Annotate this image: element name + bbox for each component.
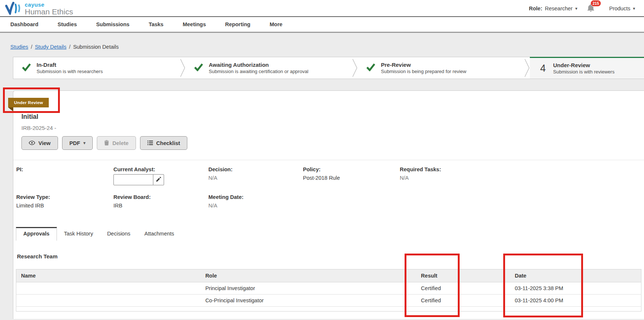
- brand: cayuse Human Ethics: [5, 1, 73, 16]
- step-pre-review: Pre-Review Submission is being prepared …: [358, 57, 524, 79]
- checklist-button-label: Checklist: [156, 140, 180, 146]
- notification-count-badge: 215: [590, 0, 602, 7]
- nav-item-meetings[interactable]: Meetings: [173, 21, 215, 27]
- field-current-analyst: Current Analyst:: [113, 166, 208, 185]
- field-value: N/A: [208, 175, 303, 181]
- check-icon: [22, 63, 31, 73]
- field-value: IRB: [113, 203, 208, 209]
- nav-item-studies[interactable]: Studies: [48, 21, 86, 27]
- field-meeting-date: Meeting Date: N/A: [208, 194, 303, 209]
- field-label: Required Tasks:: [400, 166, 644, 172]
- field-label: Policy:: [303, 166, 400, 172]
- products-menu[interactable]: Products: [609, 6, 635, 11]
- field-label: Review Type:: [16, 194, 113, 200]
- cell-name: [16, 282, 201, 295]
- step-separator-chevron: [352, 57, 358, 79]
- submission-detail-fields: PI: Current Analyst: Decision: N/A: [13, 160, 644, 209]
- field-required-tasks: Required Tasks: N/A: [400, 166, 644, 185]
- brand-name: cayuse: [25, 2, 73, 7]
- brand-text: cayuse Human Ethics: [25, 2, 73, 16]
- nav-item-tasks[interactable]: Tasks: [139, 21, 173, 27]
- breadcrumb-link-study-details[interactable]: Study Details: [35, 44, 66, 50]
- table-row: Principal Investigator Certified 03-11-2…: [16, 282, 641, 295]
- check-icon: [366, 63, 375, 73]
- step-number: 4: [538, 63, 548, 74]
- edit-analyst-button[interactable]: [153, 174, 164, 185]
- view-button[interactable]: View: [21, 136, 58, 150]
- pdf-button[interactable]: PDF: [62, 136, 93, 150]
- nav-item-more[interactable]: More: [260, 21, 292, 27]
- chevron-down-icon: [633, 6, 635, 11]
- cell-result: Certified: [416, 295, 510, 307]
- current-analyst-input[interactable]: [113, 174, 153, 185]
- cell-result: Certified: [416, 282, 510, 295]
- breadcrumb-separator: /: [69, 44, 71, 50]
- table-row: Co-Principal Investigator Certified 03-1…: [16, 295, 641, 307]
- field-label: Decision:: [208, 166, 303, 172]
- field-label: Review Board:: [113, 194, 208, 200]
- current-analyst-editor: [113, 174, 208, 185]
- nav-item-reporting[interactable]: Reporting: [215, 21, 260, 27]
- trash-icon: [104, 140, 109, 147]
- field-decision: Decision: N/A: [208, 166, 303, 185]
- tab-attachments[interactable]: Attachments: [137, 227, 181, 241]
- products-label: Products: [609, 6, 630, 11]
- step-subtitle: Submission is awaiting certification or …: [209, 69, 309, 74]
- cell-role: Principal Investigator: [201, 282, 416, 295]
- table-header-row: Name Role Result Date: [16, 269, 641, 282]
- field-review-type: Review Type: Limited IRB: [16, 194, 113, 209]
- research-team-heading: Research Team: [17, 253, 644, 259]
- breadcrumb-link-studies[interactable]: Studies: [10, 44, 28, 50]
- cayuse-logo-icon: [5, 1, 22, 16]
- step-subtitle: Submission is being prepared for review: [381, 69, 466, 74]
- checklist-button[interactable]: Checklist: [140, 136, 187, 150]
- nav-item-submissions[interactable]: Submissions: [86, 21, 139, 27]
- step-title: Awaiting Authorization: [209, 62, 309, 68]
- field-value: N/A: [400, 175, 644, 181]
- column-header-role: Role: [201, 269, 416, 282]
- action-button-row: View PDF Delete Checklist: [21, 136, 644, 150]
- tab-approvals[interactable]: Approvals: [16, 227, 57, 241]
- role-label: Role:: [529, 6, 542, 11]
- check-icon: [194, 63, 203, 73]
- submission-panel: Under Review Initial IRB-2025-24 - View …: [13, 90, 644, 319]
- product-name: Human Ethics: [25, 8, 73, 16]
- table-empty-row: [16, 307, 641, 312]
- tab-decisions[interactable]: Decisions: [100, 227, 137, 241]
- tab-task-history[interactable]: Task History: [57, 227, 100, 241]
- step-under-review-current: 4 Under-Review Submission is with review…: [530, 57, 644, 79]
- field-value: N/A: [208, 203, 303, 209]
- research-team-table: Name Role Result Date Principal Investig…: [16, 269, 641, 312]
- column-header-date: Date: [510, 269, 641, 282]
- field-pi: PI:: [16, 166, 113, 185]
- step-title: Pre-Review: [381, 62, 466, 68]
- pencil-icon: [156, 176, 161, 183]
- field-label: Meeting Date:: [208, 194, 303, 200]
- step-in-draft: In-Draft Submission is with researchers: [13, 57, 180, 79]
- view-button-label: View: [38, 140, 51, 146]
- cell-date: 03-11-2025 3:38 PM: [510, 282, 641, 295]
- column-header-result: Result: [416, 269, 510, 282]
- status-badge: Under Review: [8, 98, 49, 107]
- field-label: Current Analyst:: [113, 166, 208, 172]
- submission-type-title: Initial: [21, 113, 644, 121]
- field-value: Post-2018 Rule: [303, 175, 400, 181]
- delete-button-label: Delete: [112, 140, 129, 146]
- cell-date: 03-11-2025 4:00 PM: [510, 295, 641, 307]
- chevron-down-icon: [84, 141, 86, 145]
- chevron-down-icon: [575, 6, 577, 11]
- pdf-button-label: PDF: [69, 140, 80, 146]
- eye-icon: [29, 140, 35, 146]
- notifications-bell[interactable]: 215: [587, 4, 594, 13]
- step-subtitle: Submission is with researchers: [37, 69, 103, 74]
- breadcrumb: Studies/Study Details/Submission Details: [0, 33, 644, 50]
- step-subtitle: Submission is with reviewers: [553, 69, 614, 75]
- role-selector[interactable]: Role: Researcher: [529, 6, 577, 11]
- delete-button[interactable]: Delete: [97, 136, 136, 150]
- step-separator-chevron: [180, 57, 185, 79]
- step-title: In-Draft: [37, 62, 103, 68]
- app-header: cayuse Human Ethics Role: Researcher 215…: [0, 0, 644, 17]
- detail-tabs: Approvals Task History Decisions Attachm…: [16, 227, 644, 241]
- field-label: PI:: [16, 166, 113, 172]
- nav-item-dashboard[interactable]: Dashboard: [1, 21, 48, 27]
